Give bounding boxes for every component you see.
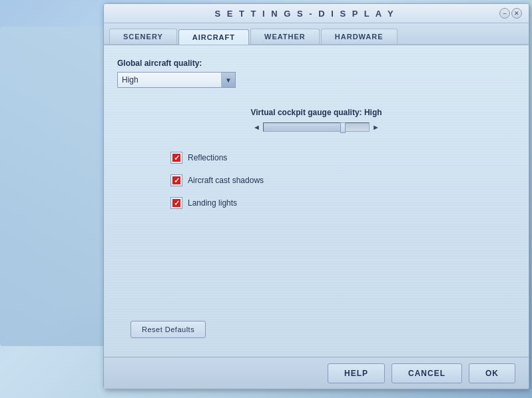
slider-section: Virtual cockpit gauge quality: High ◄ ►	[117, 108, 515, 132]
close-button[interactable]: ✕	[511, 8, 522, 19]
reflections-checkbox-icon[interactable]	[170, 152, 182, 164]
slider-track[interactable]	[263, 122, 370, 132]
global-quality-label: Global aircraft quality:	[117, 59, 515, 68]
main-window: S E T T I N G S - D I S P L A Y – ✕ SCEN…	[103, 3, 529, 389]
slider-fill	[264, 123, 343, 131]
checkbox-shadows[interactable]: Aircraft cast shadows	[170, 174, 515, 186]
tab-aircraft[interactable]: AIRCRAFT	[178, 29, 249, 45]
checkbox-reflections[interactable]: Reflections	[170, 152, 515, 164]
cancel-button[interactable]: CANCEL	[392, 363, 462, 383]
dropdown-arrow-icon[interactable]: ▼	[221, 72, 236, 88]
virtual-cockpit-label: Virtual cockpit gauge quality: High	[117, 108, 515, 117]
help-button[interactable]: HELP	[328, 363, 385, 383]
landing-lights-label: Landing lights	[188, 198, 237, 208]
tab-bar: SCENERY AIRCRAFT WEATHER HARDWARE	[104, 23, 529, 45]
dropdown-container: High ▼	[117, 72, 515, 88]
shadows-label: Aircraft cast shadows	[188, 176, 264, 185]
checkboxes-section: Reflections Aircraft cast shadows Landin…	[170, 152, 515, 209]
title-bar: S E T T I N G S - D I S P L A Y – ✕	[104, 4, 529, 23]
quality-dropdown-value[interactable]: High	[117, 72, 236, 88]
window-title: S E T T I N G S - D I S P L A Y	[111, 9, 499, 19]
content-body: Global aircraft quality: High ▼ Virtual …	[117, 59, 515, 351]
slider-thumb[interactable]	[340, 122, 346, 133]
window-controls: – ✕	[499, 8, 522, 19]
content-area: Global aircraft quality: High ▼ Virtual …	[104, 45, 529, 365]
checkbox-landing-lights[interactable]: Landing lights	[170, 197, 515, 209]
tab-hardware[interactable]: HARDWARE	[321, 29, 398, 44]
slider-container: ◄ ►	[117, 122, 515, 132]
reset-defaults-container: Reset Defaults	[131, 321, 206, 338]
reset-defaults-button[interactable]: Reset Defaults	[131, 321, 206, 338]
minimize-button[interactable]: –	[499, 8, 510, 19]
bottom-bar: HELP CANCEL OK	[104, 357, 529, 389]
shadows-checkbox-icon[interactable]	[170, 174, 182, 186]
quality-dropdown-wrapper: High ▼	[117, 72, 236, 88]
slider-left-arrow-icon[interactable]: ◄	[253, 123, 260, 131]
slider-right-arrow-icon[interactable]: ►	[372, 123, 380, 131]
ok-button[interactable]: OK	[469, 363, 515, 383]
tab-scenery[interactable]: SCENERY	[109, 29, 177, 44]
bg-left-panel	[0, 27, 120, 346]
tab-weather[interactable]: WEATHER	[250, 29, 320, 44]
reflections-label: Reflections	[188, 153, 227, 162]
landing-lights-checkbox-icon[interactable]	[170, 197, 182, 209]
